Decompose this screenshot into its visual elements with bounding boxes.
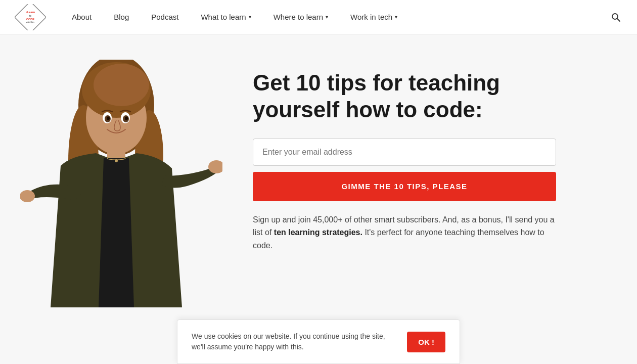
svg-point-23 [125,117,128,120]
cookie-text: We use cookies on our website. If you co… [192,331,397,352]
nav-item-podcast[interactable]: Podcast [140,0,190,34]
cookie-ok-button[interactable]: OK ! [407,332,445,352]
hero-subtext: Sign up and join 45,000+ of other smart … [253,213,556,252]
search-button[interactable] [607,8,625,26]
hero-title: Get 10 tips for teaching yourself how to… [253,70,556,123]
nav-links: About Blog Podcast What to learn ▾ Where… [61,0,607,34]
hero-section: Get 10 tips for teaching yourself how to… [0,34,637,328]
nav-item-about[interactable]: About [61,0,103,34]
svg-line-6 [617,18,620,21]
svg-point-22 [107,117,110,120]
cta-button[interactable]: GIMME THE 10 TIPS, PLEASE [253,172,556,201]
hero-image [0,55,243,307]
email-input[interactable] [253,139,556,166]
hero-content: Get 10 tips for teaching yourself how to… [243,55,586,252]
svg-text:with Me>: with Me> [25,21,35,23]
nav-item-work-in-tech[interactable]: Work in tech ▾ [339,0,408,34]
svg-text:<Learn: <Learn [26,11,35,14]
svg-point-17 [20,190,35,202]
cookie-banner: We use cookies on our website. If you co… [177,320,460,364]
email-input-wrapper [253,139,556,166]
chevron-down-icon: ▾ [249,14,251,20]
chevron-down-icon: ▾ [395,14,397,20]
main-nav: <Learn to CODE with Me> About Blog Podca… [0,0,637,34]
svg-text:to: to [29,15,31,17]
nav-item-blog[interactable]: Blog [103,0,140,34]
chevron-down-icon: ▾ [326,14,328,20]
nav-item-what-to-learn[interactable]: What to learn ▾ [190,0,262,34]
svg-point-12 [94,64,149,106]
logo[interactable]: <Learn to CODE with Me> [12,4,49,30]
svg-point-15 [115,159,118,162]
svg-text:CODE: CODE [26,17,34,20]
hero-subtext-bold: ten learning strategies. [274,228,362,237]
nav-item-where-to-learn[interactable]: Where to learn ▾ [262,0,339,34]
